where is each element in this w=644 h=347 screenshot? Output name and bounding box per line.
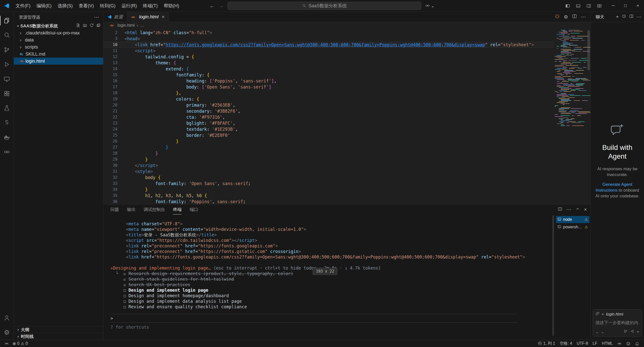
sidebar-section-时间线[interactable]: ›时间线 (14, 333, 103, 340)
terminal-session-powersh[interactable]: powersh…⚠ (556, 224, 589, 231)
tree-item-skill-md[interactable]: M↓SKILL.md (14, 51, 103, 58)
menu-item[interactable]: 帮助(H) (161, 2, 182, 10)
feedback-icon[interactable] (624, 340, 633, 347)
menu-item[interactable]: 查看(V) (76, 2, 97, 10)
maximize-panel-icon[interactable] (575, 207, 580, 212)
code-line[interactable]: 30 </script> (103, 162, 554, 168)
collapse-folders-icon[interactable] (96, 23, 101, 29)
code-line[interactable]: 2<html lang="zh-CN" class="h-full"> (103, 30, 554, 36)
code-line[interactable]: 17 body: ['Open Sans', 'sans-serif'] (103, 84, 554, 90)
toggle-panel-icon[interactable] (574, 2, 582, 10)
terminal-prompt-box[interactable]: > (110, 314, 518, 323)
source-control-icon[interactable] (0, 42, 14, 57)
code-line[interactable]: 34 } (103, 187, 554, 193)
close-panel-icon[interactable]: × (584, 207, 587, 212)
code-line[interactable]: 20 primary: '#2563EB', (103, 102, 554, 108)
cursor-position[interactable]: 行 1, 列 1 (536, 340, 557, 347)
copilot-extension-icon[interactable] (0, 145, 14, 159)
code-line[interactable]: 25 border: '#E2E8F0' (103, 132, 554, 138)
panel-more-icon[interactable]: ⋯ (566, 206, 571, 212)
code-line[interactable]: 32 body { (103, 175, 554, 181)
copilot-status-icon[interactable] (615, 340, 624, 347)
remote-explorer-icon[interactable] (0, 72, 14, 86)
menu-item[interactable]: 转到(G) (97, 2, 118, 10)
editor-scrollbar[interactable] (587, 29, 590, 204)
tree-item-login-html[interactable]: <>login.html (14, 58, 103, 65)
code-line[interactable]: 24 textdark: '#1E293B', (103, 126, 554, 132)
context-file-chip[interactable]: login.html (606, 312, 623, 317)
send-icon[interactable] (630, 329, 634, 334)
tree-item-scripts[interactable]: ›scripts (14, 44, 103, 51)
code-line[interactable]: 35 h1, h2, h3, h4, h5, h6 { (103, 193, 554, 199)
close-tab-icon[interactable]: × (162, 14, 165, 20)
extensions-icon[interactable] (0, 86, 14, 101)
language-mode[interactable]: HTML (599, 340, 615, 347)
panel-tab-端口[interactable]: 端口 (190, 204, 198, 214)
customize-layout-icon[interactable] (595, 2, 603, 10)
code-line[interactable]: 36 font-family: 'Poppins', sans-serif; (103, 199, 554, 204)
more-actions-icon[interactable]: ⋯ (581, 14, 586, 20)
breadcrumb-file[interactable]: login.html (117, 23, 135, 28)
python-extension-icon[interactable] (0, 115, 14, 130)
menu-item[interactable]: 运行(R) (118, 2, 140, 10)
code-line[interactable]: 11 <script> (103, 48, 554, 54)
code-line[interactable]: 21 secondary: '#3B82F6', (103, 108, 554, 114)
chat-more-icon[interactable]: ⋯ (636, 14, 641, 20)
sidebar-more-icon[interactable]: ⋯ (94, 14, 99, 20)
account-icon[interactable] (0, 311, 14, 325)
tab-welcome[interactable]: 欢迎 (103, 12, 127, 22)
forward-icon[interactable]: → (218, 3, 223, 9)
chat-history-icon[interactable] (622, 14, 626, 20)
close-window-button[interactable]: × (632, 0, 644, 12)
open-chat-editor-icon[interactable] (629, 14, 633, 20)
testing-icon[interactable] (0, 101, 14, 115)
add-context-icon[interactable]: + (601, 312, 604, 317)
code-line[interactable]: 16 heading: ['Poppins', 'sans-serif'], (103, 78, 554, 84)
terminal[interactable]: <meta charset="UTF-8"> <meta name="viewp… (103, 214, 555, 340)
code-line[interactable]: 33 font-family: 'Open Sans', sans-serif; (103, 181, 554, 187)
chat-input[interactable]: + login.html 描述下一步要构建的内 ⌄ ⌄ + (593, 309, 642, 337)
sidebar-section-大纲[interactable]: ›大纲 (14, 326, 103, 333)
breadcrumb-ellipsis[interactable]: … (140, 23, 144, 28)
code-line[interactable]: 15 fontFamily: { (103, 72, 554, 78)
explorer-icon[interactable] (0, 13, 14, 28)
new-folder-icon[interactable] (83, 23, 87, 29)
code-line[interactable]: 18 }, (103, 90, 554, 96)
mode-dropdown-icon[interactable]: ⌄ (595, 330, 599, 334)
tab-login-html[interactable]: <> login.html × (127, 12, 169, 22)
code-line[interactable]: 23 bglight: '#F8FAFC', (103, 120, 554, 126)
split-terminal-icon[interactable] (558, 207, 562, 212)
notifications-bell-icon[interactable] (633, 340, 641, 347)
code-line[interactable]: 28 } (103, 150, 554, 156)
attach-context-icon[interactable] (595, 312, 599, 317)
tree-item--claude-skills-ui-ux-pro-max[interactable]: ›.claude\skills\ui-ux-pro-max (14, 29, 103, 36)
docker-extension-icon[interactable] (0, 130, 14, 145)
menu-item[interactable]: 选择(S) (55, 2, 76, 10)
search-sidebar-icon[interactable] (0, 28, 14, 42)
new-chat-icon[interactable]: + (616, 14, 619, 20)
code-line[interactable]: 14 extend: { (103, 66, 554, 72)
search-box[interactable]: SaaS数据分析系统 (227, 2, 421, 10)
settings-gear-icon[interactable]: ⚙ (0, 325, 14, 340)
new-session-icon[interactable]: + (637, 329, 639, 334)
workspace-section-header[interactable]: › SAAS数据分析系统 (14, 22, 103, 29)
run-debug-icon[interactable] (0, 57, 14, 72)
refresh-icon[interactable] (90, 23, 94, 29)
menu-item[interactable]: 文件(F) (13, 2, 33, 10)
menu-item[interactable]: 终端(T) (140, 2, 161, 10)
code-line[interactable]: 31 <style> (103, 168, 554, 175)
spark-icon[interactable] (555, 14, 560, 20)
copilot-menu[interactable]: ⌄ (425, 3, 434, 9)
code-line[interactable]: 13 theme: { (103, 60, 554, 66)
split-editor-icon[interactable] (572, 14, 577, 20)
eol-status[interactable]: LF (590, 340, 600, 347)
tree-item-data[interactable]: ›data (14, 36, 103, 44)
panel-tab-调试控制台[interactable]: 调试控制台 (144, 204, 165, 214)
chat-input-placeholder[interactable]: 描述下一步要构建的内 (595, 320, 639, 326)
remote-indicator[interactable]: >< (3, 340, 10, 347)
toggle-secondary-sidebar-icon[interactable] (584, 2, 593, 10)
panel-tab-输出[interactable]: 输出 (127, 204, 136, 214)
minimap[interactable] (554, 29, 587, 204)
problems-status[interactable]: ⊗ 0 ⚠ 0 (10, 340, 30, 347)
code-line[interactable]: 26 } (103, 138, 554, 144)
